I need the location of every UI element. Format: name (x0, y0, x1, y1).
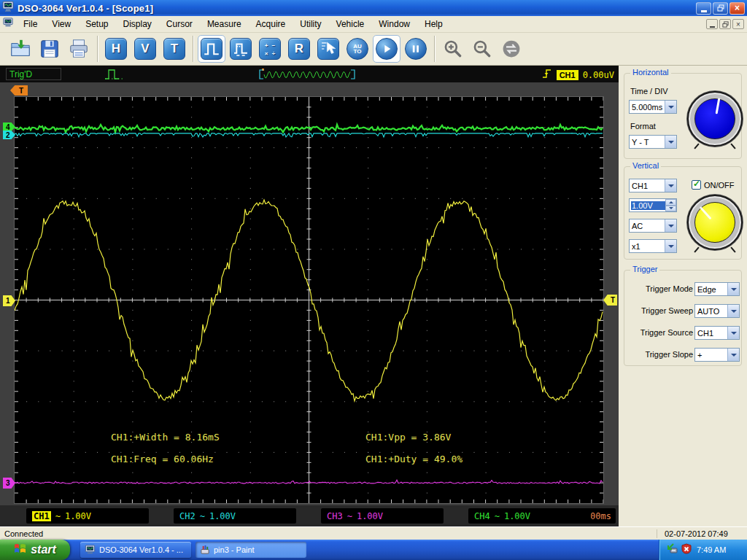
trigger-source-label: Trigger Source (640, 328, 693, 337)
svg-text:+: + (265, 42, 268, 49)
close-button[interactable]: × (729, 2, 745, 15)
horizontal-knob[interactable] (687, 91, 743, 147)
windows-flag-icon (14, 542, 27, 557)
menu-view[interactable]: View (44, 17, 78, 31)
start-button[interactable]: start (0, 540, 70, 560)
menu-utility[interactable]: Utility (293, 17, 328, 31)
time-div-label: Time / DIV (630, 87, 668, 96)
coupling-select[interactable]: AC (629, 219, 677, 233)
chevron-down-icon[interactable] (665, 101, 676, 113)
toolbar-separator (97, 36, 98, 62)
channel-bar: Time: 5.000ms CH1~1.00VCH2~1.00VCH3~1.00… (0, 505, 619, 526)
trigger-source-value: CH1 (695, 329, 727, 338)
task-label: DSO-3064 Ver1.0.4 - ... (99, 545, 183, 554)
restore-button[interactable] (713, 2, 728, 15)
security-alert-icon[interactable] (681, 543, 692, 557)
ch1-level-marker[interactable]: 1 (3, 295, 15, 306)
self-calibration-button[interactable] (497, 34, 526, 64)
svg-text:×: × (265, 50, 268, 57)
channel-label: CH1 (32, 511, 51, 521)
menu-acquire[interactable]: Acquire (249, 17, 293, 31)
trigger-position-marker[interactable]: T (10, 85, 28, 96)
auto-set-button[interactable]: AUTO (343, 34, 372, 64)
trigger-slope-select[interactable]: + (694, 348, 740, 362)
reference-button[interactable]: R (285, 34, 314, 64)
menu-display[interactable]: Display (116, 17, 159, 31)
ch2-level-marker[interactable]: 2 (3, 131, 15, 139)
chevron-down-icon[interactable] (665, 179, 676, 192)
trigger-source-select[interactable]: CH1 (694, 326, 740, 340)
menu-file[interactable]: File (16, 17, 44, 31)
format-select[interactable]: Y - T (629, 135, 677, 149)
channel-select[interactable]: CH1 (629, 179, 677, 192)
trigger-mode-select[interactable]: Edge (694, 282, 740, 296)
print-button[interactable] (64, 34, 93, 64)
waveform-preview[interactable] (258, 69, 356, 83)
cursor-measure-button[interactable] (314, 34, 343, 64)
save-button[interactable] (35, 34, 64, 64)
channel-readout-ch2[interactable]: CH2~1.00V (174, 508, 296, 524)
cursor-measure-icon (317, 38, 339, 60)
coupling-value: AC (630, 222, 665, 230)
checkbox-box[interactable]: ✓ (692, 180, 701, 190)
chevron-down-icon[interactable] (727, 327, 739, 339)
zoom-in-button[interactable] (438, 34, 468, 64)
probe-select[interactable]: x1 (629, 239, 677, 253)
scope-region: CH1:+Width = 8.16mSCH1:Freq = 60.06HzCH1… (0, 82, 619, 526)
spin-down-button[interactable] (665, 206, 676, 212)
math-button[interactable]: +−×÷ (255, 34, 285, 64)
start-acquire-button[interactable] (372, 34, 401, 64)
chevron-down-icon[interactable] (727, 305, 739, 317)
task-button-scope[interactable]: DSO-3064 Ver1.0.4 - ... (80, 542, 191, 558)
menu-measure[interactable]: Measure (200, 17, 249, 31)
menu-setup[interactable]: Setup (78, 17, 115, 31)
mdi-restore-button[interactable] (719, 19, 731, 29)
format-label: Format (630, 122, 656, 131)
waveform-display-button[interactable] (197, 34, 226, 64)
channel-readout-ch1[interactable]: CH1~1.00V (26, 508, 149, 524)
time-div-select[interactable]: 5.000ms (629, 100, 677, 114)
menu-help[interactable]: Help (417, 17, 450, 31)
menu-vehicle[interactable]: Vehicle (329, 17, 372, 31)
trigger-level-marker[interactable]: T (603, 295, 617, 306)
waveform-measure-button[interactable] (226, 34, 255, 64)
app-icon (2, 1, 14, 15)
chevron-down-icon[interactable] (727, 283, 739, 295)
vertical-knob[interactable] (687, 195, 743, 250)
ch4-level-marker[interactable]: 4 (3, 122, 15, 131)
channel-readout-ch4[interactable]: CH4~1.00V (468, 508, 591, 524)
spin-up-button[interactable] (665, 199, 676, 206)
volts-div-spinner[interactable]: 1.00V (629, 198, 677, 212)
volts-div-value: 1.00V (631, 201, 665, 210)
channel-value: CH1 (630, 182, 665, 190)
waveform-measure-icon (230, 38, 252, 60)
trigger-sweep-select[interactable]: AUTO (694, 304, 740, 318)
zoom-out-button[interactable] (468, 34, 497, 64)
chevron-down-icon[interactable] (665, 136, 676, 148)
trigger-setup-button[interactable]: T (160, 34, 189, 64)
coupling-icon: ~ (347, 511, 352, 521)
channel-label: CH4 (474, 511, 490, 521)
menu-cursor[interactable]: Cursor (159, 17, 200, 31)
task-button-paint[interactable]: pin3 - Paint (196, 542, 306, 558)
paint-icon (200, 545, 210, 555)
safely-remove-hardware-icon[interactable] (665, 543, 678, 557)
menu-window[interactable]: Window (371, 17, 417, 31)
start-acquire-icon (376, 38, 398, 60)
chevron-down-icon[interactable] (727, 349, 739, 361)
channel-readout-ch3[interactable]: CH3~1.00V (321, 508, 444, 524)
chevron-down-icon[interactable] (665, 240, 676, 252)
math-icon: +−×÷ (259, 38, 281, 60)
onoff-checkbox[interactable]: ✓ ON/OFF (692, 180, 735, 190)
trigger-slope-label: Trigger Slope (645, 350, 693, 359)
pause-acquire-button[interactable] (401, 34, 430, 64)
mdi-close-button[interactable]: × (732, 19, 744, 29)
vertical-setup-button[interactable]: V (131, 34, 160, 64)
open-icon (9, 38, 31, 60)
horizontal-setup-button[interactable]: H (101, 34, 131, 64)
chevron-down-icon[interactable] (665, 219, 676, 232)
mdi-minimize-button[interactable] (706, 19, 718, 29)
open-button[interactable] (6, 34, 35, 64)
ch3-level-marker[interactable]: 3 (3, 478, 15, 489)
minimize-button[interactable] (696, 2, 711, 15)
